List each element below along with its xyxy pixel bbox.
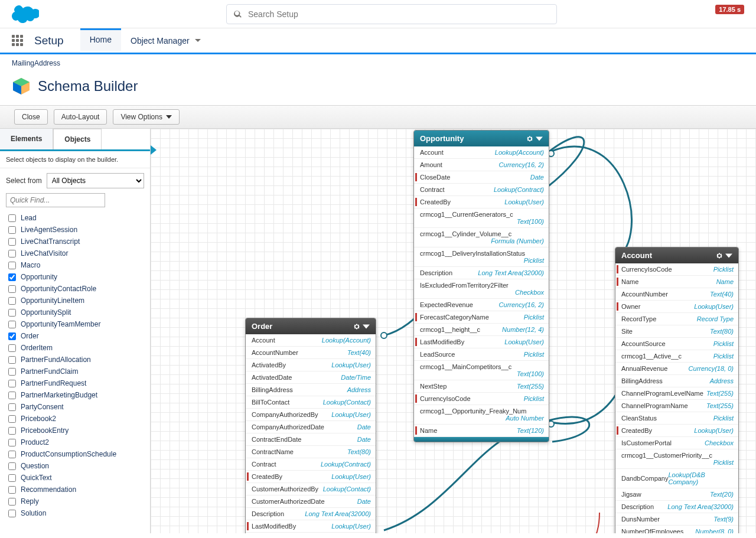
list-item[interactable]: PartnerFundRequest — [0, 377, 150, 389]
field-row[interactable]: NameText(120) — [414, 425, 549, 437]
gear-icon[interactable] — [353, 323, 360, 330]
object-checkbox[interactable] — [8, 238, 16, 246]
object-checkbox[interactable] — [8, 226, 16, 234]
field-row[interactable]: DescriptionLong Text Area(32000) — [246, 508, 376, 520]
object-list[interactable]: LeadLiveAgentSessionLiveChatTranscriptLi… — [0, 211, 150, 533]
object-checkbox[interactable] — [8, 486, 16, 494]
field-row[interactable]: NameName — [615, 276, 738, 288]
object-checkbox[interactable] — [8, 451, 16, 458]
field-row[interactable]: crmcog1__CustomerPriority__cPicklist — [615, 449, 738, 469]
field-row[interactable]: LastModifiedByLookup(User) — [246, 520, 376, 533]
close-button[interactable]: Close — [14, 109, 48, 125]
list-item[interactable]: PartyConsent — [0, 401, 150, 413]
field-row[interactable]: ContractLookup(Contract) — [414, 184, 549, 196]
caret-down-icon[interactable] — [536, 135, 543, 142]
gear-icon[interactable] — [526, 135, 533, 142]
list-item[interactable]: PartnerMarketingBudget — [0, 389, 150, 401]
field-row[interactable]: AccountSourcePicklist — [615, 338, 738, 350]
caret-down-icon[interactable] — [725, 252, 732, 259]
list-item[interactable]: ProductConsumptionSchedule — [0, 448, 150, 460]
field-row[interactable]: CompanyAuthorizedByLookup(User) — [246, 409, 376, 421]
object-checkbox[interactable] — [8, 403, 16, 411]
list-item[interactable]: OrderItem — [0, 342, 150, 354]
list-item[interactable]: Pricebook2 — [0, 413, 150, 425]
field-row[interactable]: CustomerAuthorizedByLookup(Contact) — [246, 483, 376, 495]
field-row[interactable]: crmcog1__height__cNumber(12, 4) — [414, 324, 549, 336]
entity-order[interactable]: Order AccountLookup(Account)AccountNumbe… — [245, 318, 376, 533]
list-item[interactable]: Question — [0, 460, 150, 472]
field-row[interactable]: ChannelProgramNameText(255) — [615, 400, 738, 412]
field-row[interactable]: crmcog1__MainCompetitors__cText(100) — [414, 361, 549, 380]
field-row[interactable]: crmcog1__Active__cPicklist — [615, 350, 738, 363]
object-checkbox[interactable] — [8, 285, 16, 293]
field-row[interactable]: BillingAddressAddress — [246, 384, 376, 396]
field-row[interactable]: DescriptionLong Text Area(32000) — [414, 267, 549, 279]
object-checkbox[interactable] — [8, 474, 16, 482]
list-item[interactable]: OpportunityLineItem — [0, 295, 150, 307]
object-checkbox[interactable] — [8, 262, 16, 269]
object-checkbox[interactable] — [8, 321, 16, 328]
field-row[interactable]: NumberOfEmployeesNumber(8, 0) — [615, 526, 738, 533]
list-item[interactable]: Lead — [0, 212, 150, 224]
field-row[interactable]: JigsawText(20) — [615, 488, 738, 501]
field-row[interactable]: LastModifiedByLookup(User) — [414, 336, 549, 348]
field-row[interactable]: CurrencyIsoCodePicklist — [414, 393, 549, 405]
field-row[interactable]: RecordTypeRecord Type — [615, 313, 738, 325]
canvas[interactable]: Opportunity AccountLookup(Account)Amount… — [151, 129, 756, 533]
field-row[interactable]: CustomerAuthorizedDateDate — [246, 495, 376, 508]
list-item[interactable]: OpportunitySplit — [0, 307, 150, 318]
object-checkbox[interactable] — [8, 344, 16, 352]
field-row[interactable]: ActivatedDateDate/Time — [246, 371, 376, 384]
list-item[interactable]: Macro — [0, 259, 150, 271]
field-row[interactable]: CompanyAuthorizedDateDate — [246, 421, 376, 433]
list-item[interactable]: Recommendation — [0, 484, 150, 495]
object-checkbox[interactable] — [8, 297, 16, 305]
field-row[interactable]: ChannelProgramLevelNameText(255) — [615, 387, 738, 400]
list-item[interactable]: Order — [0, 330, 150, 342]
field-row[interactable]: OpportunityLookup(Opportunity) — [246, 533, 376, 533]
field-row[interactable]: CreatedByLookup(User) — [414, 196, 549, 208]
field-row[interactable]: CleanStatusPicklist — [615, 412, 738, 425]
object-checkbox[interactable] — [8, 250, 16, 257]
field-row[interactable]: IsExcludedFromTerritory2FilterCheckbox — [414, 279, 549, 299]
list-item[interactable]: PartnerFundClaim — [0, 366, 150, 377]
caret-down-icon[interactable] — [363, 323, 370, 330]
entity-opportunity[interactable]: Opportunity AccountLookup(Account)Amount… — [413, 130, 549, 442]
tab-home[interactable]: Home — [80, 28, 121, 51]
field-row[interactable]: IsCustomerPortalCheckbox — [615, 437, 738, 449]
field-row[interactable]: ContractEndDateDate — [246, 433, 376, 446]
list-item[interactable]: PricebookEntry — [0, 425, 150, 436]
select-from-dropdown[interactable]: All Objects — [47, 173, 144, 188]
field-row[interactable]: AmountCurrency(16, 2) — [414, 159, 549, 171]
field-row[interactable]: DandbCompanyLookup(D&B Company) — [615, 469, 738, 488]
object-checkbox[interactable] — [8, 332, 16, 340]
field-row[interactable]: NextStepText(255) — [414, 380, 549, 393]
field-row[interactable]: AccountLookup(Account) — [414, 146, 549, 159]
app-launcher-icon[interactable] — [12, 35, 24, 47]
list-item[interactable]: Reply — [0, 495, 150, 507]
field-row[interactable]: BillToContactLookup(Contact) — [246, 396, 376, 409]
field-row[interactable]: CreatedByLookup(User) — [615, 425, 738, 437]
list-item[interactable]: OpportunityContactRole — [0, 283, 150, 295]
object-checkbox[interactable] — [8, 380, 16, 387]
field-row[interactable]: AccountLookup(Account) — [246, 334, 376, 347]
object-checkbox[interactable] — [8, 510, 16, 517]
object-checkbox[interactable] — [8, 439, 16, 446]
field-row[interactable]: CreatedByLookup(User) — [246, 471, 376, 483]
field-row[interactable]: crmcog1__CurrentGenerators_cText(100) — [414, 208, 549, 228]
gear-icon[interactable] — [716, 252, 723, 259]
quick-find-input[interactable] — [6, 193, 105, 207]
field-row[interactable]: ExpectedRevenueCurrency(16, 2) — [414, 299, 549, 311]
field-row[interactable]: crmcog1__Cylinder_Volume__cFormula (Numb… — [414, 228, 549, 247]
object-checkbox[interactable] — [8, 273, 16, 281]
field-row[interactable]: CloseDateDate — [414, 171, 549, 184]
field-row[interactable]: ContractNameText(80) — [246, 446, 376, 458]
search-input[interactable] — [248, 9, 549, 19]
field-row[interactable]: AccountNumberText(40) — [615, 288, 738, 301]
list-item[interactable]: LiveAgentSession — [0, 224, 150, 236]
object-checkbox[interactable] — [8, 368, 16, 376]
field-row[interactable]: CurrencyIsoCodePicklist — [615, 263, 738, 276]
object-checkbox[interactable] — [8, 427, 16, 435]
view-options-button[interactable]: View Options — [113, 109, 179, 125]
field-row[interactable]: AnnualRevenueCurrency(18, 0) — [615, 363, 738, 375]
